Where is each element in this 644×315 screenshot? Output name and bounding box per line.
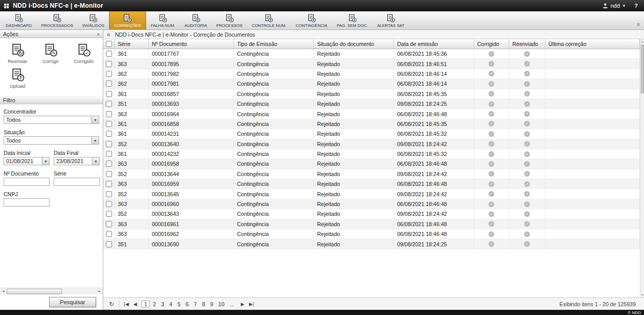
table-row[interactable]: 363000017895ContingênciaRejeitado06/08/2…: [103, 59, 640, 69]
table-row[interactable]: 351000013690ContingênciaRejeitado09/08/2…: [103, 239, 640, 249]
table-row[interactable]: 352000013644ContingênciaRejeitado09/08/2…: [103, 169, 640, 179]
column-header-n-documento[interactable]: Nº Documento: [149, 39, 234, 49]
refresh-icon[interactable]: ↻: [107, 301, 116, 308]
row-checkbox[interactable]: [106, 181, 112, 187]
tab-correcoes[interactable]: CORREÇÕES: [109, 11, 146, 29]
table-row[interactable]: 363000016960ContingênciaRejeitado06/08/2…: [103, 199, 640, 209]
collapse-toolbar-icon[interactable]: «: [635, 23, 641, 26]
table-row[interactable]: 361000016857ContingênciaRejeitado06/08/2…: [103, 89, 640, 99]
table-row[interactable]: 362000017981ContingênciaRejeitado06/08/2…: [103, 79, 640, 89]
action-corrigido[interactable]: ✓Corrigido: [67, 41, 100, 66]
row-checkbox[interactable]: [106, 91, 112, 97]
apps-grid-icon[interactable]: [4, 4, 9, 8]
row-checkbox[interactable]: [106, 141, 112, 147]
page-7[interactable]: 7: [192, 301, 199, 308]
column-header-serie[interactable]: Série: [115, 39, 149, 49]
hscroll-right-icon[interactable]: ▸: [96, 289, 103, 293]
column-header-tipo-de-emissao[interactable]: Tipo de Emissão: [234, 39, 314, 49]
row-checkbox[interactable]: [106, 71, 112, 77]
hscroll-thumb[interactable]: [7, 289, 62, 294]
row-checkbox[interactable]: [106, 171, 112, 177]
table-row[interactable]: 352000013645ContingênciaRejeitado09/08/2…: [103, 189, 640, 199]
search-button[interactable]: Pesquisar: [49, 297, 96, 307]
row-checkbox[interactable]: [106, 131, 112, 137]
tab-contingencia[interactable]: CONTINGÊNCIA: [291, 11, 332, 29]
vscroll-down-icon[interactable]: ▾: [641, 293, 643, 297]
row-checkbox[interactable]: [106, 121, 112, 127]
prev-page-icon[interactable]: ◀: [132, 301, 138, 308]
collapse-actions-icon[interactable]: «: [95, 33, 101, 36]
select-all-checkbox[interactable]: [106, 41, 112, 47]
column-header-data-de-emissao[interactable]: Data de emissão: [394, 39, 474, 49]
table-row[interactable]: 361000017767ContingênciaRejeitado06/08/2…: [103, 49, 640, 59]
tab-auditoria[interactable]: AUDITORIA: [180, 11, 211, 29]
page-1[interactable]: 1: [142, 301, 150, 308]
row-checkbox[interactable]: [106, 161, 112, 167]
tab-alertas-sat[interactable]: ALERTAS SAT: [372, 11, 409, 29]
page-4[interactable]: 4: [167, 301, 175, 308]
data-final-picker[interactable]: 23/08/2021 ▼: [54, 157, 100, 165]
concentrador-select[interactable]: Todos ▼: [4, 116, 99, 124]
action-upload[interactable]: ↑Upload: [1, 66, 34, 91]
num-documento-input[interactable]: [4, 178, 50, 186]
last-page-icon[interactable]: ▶|: [247, 301, 255, 308]
cnpj-input[interactable]: [4, 198, 50, 207]
page-6[interactable]: 6: [183, 301, 191, 308]
row-checkbox[interactable]: [106, 211, 112, 217]
column-header-ultima-correcao[interactable]: Última correção: [545, 39, 640, 49]
table-row[interactable]: 363000016959ContingênciaRejeitado06/08/2…: [103, 179, 640, 189]
row-checkbox[interactable]: [106, 51, 112, 57]
action-reenviar[interactable]: ↻Reenviar: [1, 41, 34, 66]
row-checkbox[interactable]: [106, 241, 112, 247]
table-row[interactable]: 363000016962ContingênciaRejeitado06/08/2…: [103, 229, 640, 239]
row-checkbox[interactable]: [106, 101, 112, 107]
collapse-sidebar-icon[interactable]: «: [107, 32, 111, 38]
table-row[interactable]: 351000013693ContingênciaRejeitado09/08/2…: [103, 99, 640, 109]
tab-falha-num[interactable]: FALHA NUM.: [146, 11, 180, 29]
table-row[interactable]: 361000014231ContingênciaRejeitado06/08/2…: [103, 129, 640, 139]
help-button[interactable]: ?: [634, 3, 638, 9]
column-header-situacao-do-documento[interactable]: Situação do documento: [314, 39, 394, 49]
tab-processados[interactable]: PROCESSADOS: [37, 11, 78, 29]
table-row[interactable]: 352000013643ContingênciaRejeitado09/08/2…: [103, 209, 640, 219]
hscroll-left-icon[interactable]: ◂: [0, 289, 7, 293]
tab-controle-num[interactable]: CONTROLE NUM.: [247, 11, 291, 29]
page-2[interactable]: 2: [151, 301, 158, 308]
table-row[interactable]: 361000016858ContingênciaRejeitado06/08/2…: [103, 119, 640, 129]
page-10[interactable]: 10: [216, 301, 227, 308]
vscroll-up-icon[interactable]: ▴: [641, 39, 643, 44]
tab-invalidos[interactable]: INVÁLIDOS: [77, 11, 109, 29]
table-vertical-scrollbar[interactable]: ▴ ▾: [640, 39, 644, 297]
row-checkbox[interactable]: [106, 151, 112, 157]
table-row[interactable]: 352000013640ContingênciaRejeitado09/08/2…: [103, 139, 640, 149]
table-row[interactable]: 363000016958ContingênciaRejeitado06/08/2…: [103, 159, 640, 169]
table-row[interactable]: 362000017982ContingênciaRejeitado06/08/2…: [103, 69, 640, 79]
row-checkbox[interactable]: [106, 61, 112, 67]
data-inicial-picker[interactable]: 01/08/2021 ▼: [4, 157, 50, 165]
row-checkbox[interactable]: [106, 201, 112, 207]
user-menu[interactable]: ndd ▼: [602, 3, 626, 9]
row-checkbox[interactable]: [106, 81, 112, 87]
page-9[interactable]: 9: [208, 301, 215, 308]
page-5[interactable]: 5: [176, 301, 183, 308]
page-8[interactable]: 8: [200, 301, 207, 308]
row-checkbox[interactable]: [106, 111, 112, 117]
column-header-corrigido[interactable]: Corrigido: [474, 39, 509, 49]
row-checkbox[interactable]: [106, 221, 112, 227]
sidebar-horizontal-scrollbar[interactable]: ◂ ▸: [0, 288, 103, 294]
action-corrigir[interactable]: ✎Corrigir: [34, 41, 67, 66]
table-row[interactable]: 363000016961ContingênciaRejeitado06/08/2…: [103, 219, 640, 229]
vscroll-thumb[interactable]: [641, 44, 644, 93]
row-checkbox[interactable]: [106, 191, 112, 197]
row-checkbox[interactable]: [106, 231, 112, 237]
column-header-reenviado[interactable]: Reenviado: [509, 39, 545, 49]
tab-pag-sem-doc[interactable]: PAG. SEM DOC.: [332, 11, 372, 29]
next-page-icon[interactable]: ▶: [239, 301, 246, 308]
situacao-select[interactable]: Todos ▼: [4, 136, 99, 145]
tab-processos[interactable]: PROCESSOS: [212, 11, 247, 29]
table-row[interactable]: 363000016964ContingênciaRejeitado06/08/2…: [103, 109, 640, 119]
first-page-icon[interactable]: |◀: [122, 301, 130, 308]
table-row[interactable]: 361000014232ContingênciaRejeitado06/08/2…: [103, 149, 640, 159]
tab-dashboard[interactable]: DASHBOARD: [1, 11, 37, 29]
page-3[interactable]: 3: [159, 301, 166, 308]
